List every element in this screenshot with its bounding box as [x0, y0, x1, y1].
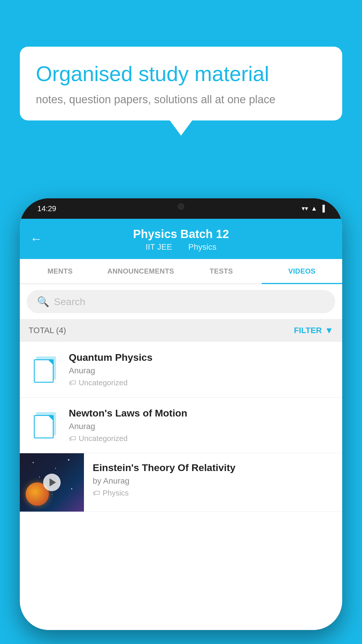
- filter-label: FILTER: [294, 326, 322, 335]
- speech-bubble-subtitle: notes, question papers, solutions all at…: [36, 93, 326, 106]
- header-title: Physics Batch 12: [31, 228, 331, 241]
- header-subtitle: IIT JEE Physics: [31, 242, 331, 252]
- wifi-icon: ▾▾: [302, 205, 308, 212]
- tab-announcements[interactable]: ANNOUNCEMENTS: [101, 259, 181, 284]
- tag-label-1: Uncategorized: [79, 378, 128, 387]
- status-time: 14:29: [37, 204, 56, 213]
- list-item[interactable]: Einstein's Theory Of Relativity by Anura…: [20, 453, 342, 512]
- phone-notch: [155, 198, 207, 214]
- list-item[interactable]: Quantum Physics Anurag 🏷 Uncategorized: [20, 342, 342, 398]
- search-bar[interactable]: 🔍 Search: [27, 290, 335, 313]
- search-placeholder: Search: [54, 296, 85, 307]
- filter-button[interactable]: FILTER ▼: [294, 326, 333, 335]
- filter-icon: ▼: [325, 326, 333, 335]
- tab-ments[interactable]: MENTS: [20, 259, 101, 284]
- video-thumbnail-3: [20, 453, 84, 512]
- play-triangle: [50, 478, 56, 487]
- status-bar: 14:29 ▾▾ ▲ ▐: [20, 198, 342, 219]
- list-item[interactable]: Newton's Laws of Motion Anurag 🏷 Uncateg…: [20, 398, 342, 453]
- header-physics: Physics: [188, 242, 216, 251]
- video-title-3: Einstein's Theory Of Relativity: [93, 462, 333, 473]
- file-icon: [34, 356, 56, 383]
- status-icons: ▾▾ ▲ ▐: [302, 205, 325, 212]
- tag-label-2: Uncategorized: [79, 434, 128, 443]
- app-header: ← Physics Batch 12 IIT JEE Physics: [20, 219, 342, 259]
- video-info-1: Quantum Physics Anurag 🏷 Uncategorized: [69, 352, 333, 387]
- back-button[interactable]: ←: [30, 232, 42, 246]
- tabs-container: MENTS ANNOUNCEMENTS TESTS VIDEOS: [20, 259, 342, 284]
- video-author-3: by Anurag: [93, 476, 333, 486]
- file-icon: [34, 412, 56, 438]
- total-count: TOTAL (4): [29, 326, 66, 335]
- header-separator: [179, 242, 184, 251]
- search-container: 🔍 Search: [20, 284, 342, 319]
- filter-bar: TOTAL (4) FILTER ▼: [20, 319, 342, 342]
- header-iitjee: IIT JEE: [145, 242, 172, 251]
- phone-screen: ← Physics Batch 12 IIT JEE Physics MENTS…: [20, 219, 342, 630]
- speech-bubble-container: Organised study material notes, question…: [20, 47, 342, 120]
- video-info-2: Newton's Laws of Motion Anurag 🏷 Uncateg…: [69, 407, 333, 443]
- tag-icon-3: 🏷: [93, 489, 100, 498]
- video-tag-2: 🏷 Uncategorized: [69, 434, 333, 443]
- video-author-1: Anurag: [69, 366, 333, 375]
- battery-icon: ▐: [320, 205, 325, 212]
- video-title-2: Newton's Laws of Motion: [69, 407, 333, 419]
- camera-dot: [178, 203, 184, 210]
- play-button-3[interactable]: [43, 474, 61, 491]
- phone-frame: 14:29 ▾▾ ▲ ▐ ← Physics Batch 12 IIT JEE …: [20, 198, 342, 630]
- tab-videos[interactable]: VIDEOS: [262, 259, 342, 284]
- video-thumbnail-1: [29, 354, 61, 386]
- video-thumbnail-2: [29, 409, 61, 441]
- speech-bubble: Organised study material notes, question…: [20, 47, 342, 120]
- video-author-2: Anurag: [69, 422, 333, 431]
- file-icon-front: [34, 359, 54, 383]
- speech-bubble-title: Organised study material: [36, 61, 326, 86]
- tag-icon-1: 🏷: [69, 378, 76, 387]
- search-icon: 🔍: [37, 296, 49, 307]
- video-list: Quantum Physics Anurag 🏷 Uncategorized: [20, 342, 342, 630]
- video-tag-3: 🏷 Physics: [93, 489, 333, 498]
- file-icon-front: [34, 415, 54, 438]
- tag-icon-2: 🏷: [69, 434, 76, 443]
- tag-label-3: Physics: [103, 489, 129, 498]
- signal-icon: ▲: [311, 205, 317, 212]
- tab-tests[interactable]: TESTS: [181, 259, 262, 284]
- video-tag-1: 🏷 Uncategorized: [69, 378, 333, 387]
- video-title-1: Quantum Physics: [69, 352, 333, 363]
- video-info-3: Einstein's Theory Of Relativity by Anura…: [84, 453, 342, 505]
